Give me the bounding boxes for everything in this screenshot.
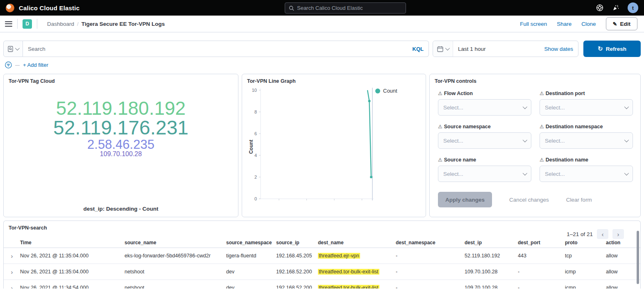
cell-dest_port: 443 — [518, 253, 565, 259]
global-search[interactable] — [285, 2, 406, 14]
apply-changes-button[interactable]: Apply changes — [438, 192, 492, 207]
help-lifesaver-icon[interactable] — [596, 4, 604, 12]
count-line-series — [367, 90, 371, 177]
highlighted-value: threatfeed.tor-bulk-exit-list — [318, 269, 379, 275]
calendar-icon — [437, 46, 443, 52]
cell-source_ip: 192.168.45.205 — [276, 253, 318, 259]
time-range-value[interactable]: Last 1 hour — [453, 46, 544, 52]
saved-query-menu-button[interactable] — [3, 41, 23, 57]
select-dropdown[interactable]: Select... — [438, 132, 531, 149]
share-button[interactable]: Share — [557, 21, 571, 27]
expand-row-icon[interactable]: › — [4, 284, 20, 289]
search-table-panel: Tor-VPN-search 1–21 of 21 ‹ › Timesource… — [3, 221, 641, 289]
menu-hamburger-icon[interactable] — [5, 21, 12, 27]
global-search-input[interactable] — [297, 5, 402, 11]
user-avatar[interactable]: t — [628, 2, 638, 13]
cell-dest_namespace: - — [396, 253, 465, 259]
cell-dest_port: - — [518, 269, 565, 275]
select-dropdown[interactable]: Select... — [438, 166, 531, 182]
next-page-button[interactable]: › — [612, 229, 624, 239]
controls-buttons: Apply changes Cancel changes Clear form — [430, 182, 640, 207]
cell-dest_name: threatfeed.tor-bulk-exit-list — [318, 269, 396, 275]
column-header-Time: Time — [20, 240, 125, 246]
pagination: 1–21 of 21 ‹ › — [567, 229, 624, 239]
cell-action: allow — [606, 285, 640, 289]
panel-title: Tor-VPN Tag Cloud — [4, 74, 238, 84]
whats-new-party-icon[interactable] — [612, 4, 620, 12]
select-placeholder: Select... — [443, 138, 523, 144]
highlighted-value: threatfeed.ejr-vpn — [318, 253, 360, 259]
refresh-button[interactable]: ↻ Refresh — [583, 41, 641, 57]
cell-proto: icmp — [565, 285, 606, 289]
clear-form-button[interactable]: Clear form — [566, 197, 592, 203]
select-placeholder: Select... — [443, 105, 523, 111]
date-quick-menu-button[interactable] — [433, 41, 453, 57]
data-point-marker — [368, 100, 371, 102]
warning-icon: ⚠ — [438, 124, 442, 130]
column-header-source_ip: source_ip — [276, 240, 318, 246]
chevron-down-icon — [523, 138, 527, 142]
edit-button[interactable]: ✎ Edit — [606, 17, 637, 30]
line-chart: Count start_time per minute Count 024681… — [242, 74, 426, 217]
table-header-row: Timesource_namesource_namespacesource_ip… — [4, 237, 640, 248]
cell-dest_namespace: - — [396, 285, 465, 289]
cell-source_name: eks-log-forwarder-5bd4659786-cwd2r — [125, 253, 226, 259]
warning-icon: ⚠ — [540, 157, 544, 163]
prev-page-button[interactable]: ‹ — [597, 229, 608, 239]
breadcrumb-dashboard[interactable]: Dashboard — [47, 21, 74, 27]
filter-menu-icon[interactable] — [5, 61, 12, 68]
kql-search-bar[interactable]: KQL — [23, 41, 429, 57]
controls-grid: ⚠Flow ActionSelect...⚠Destination portSe… — [430, 84, 640, 182]
chevron-down-icon — [624, 171, 629, 175]
control-field-label: ⚠Source name — [438, 157, 531, 163]
chevron-down-icon — [523, 171, 527, 175]
column-header-source_namespace: source_namespace — [226, 240, 276, 246]
select-dropdown[interactable]: Select... — [540, 132, 633, 149]
cell-proto: tcp — [565, 253, 606, 259]
expand-row-icon[interactable]: › — [4, 252, 20, 259]
filter-bar: — + Add filter — [5, 61, 641, 69]
cell-source_name: netshoot — [125, 269, 226, 275]
control-field-label: ⚠Destination name — [540, 157, 633, 163]
select-dropdown[interactable]: Select... — [540, 99, 633, 116]
tag-cloud-term[interactable]: 109.70.100.28 — [100, 151, 142, 157]
data-point-marker — [370, 176, 372, 178]
tag-cloud-term[interactable]: 2.58.46.235 — [87, 138, 154, 151]
control-field-label: ⚠Destination namespace — [540, 124, 633, 130]
column-header-dest_namespace: dest_namespace — [396, 240, 465, 246]
highlighted-value: threatfeed.tor-bulk-exit-list — [318, 285, 379, 289]
select-placeholder: Select... — [545, 105, 624, 111]
tag-cloud-term[interactable]: 52.119.180.192 — [56, 99, 186, 118]
cell-dest_ip: 52.119.180.192 — [465, 253, 518, 259]
chevron-down-icon — [523, 105, 527, 109]
show-dates-button[interactable]: Show dates — [544, 46, 578, 52]
select-dropdown[interactable]: Select... — [540, 166, 633, 182]
chevron-down-icon — [15, 46, 20, 50]
expand-row-icon[interactable]: › — [4, 268, 20, 275]
add-filter-button[interactable]: + Add filter — [23, 62, 48, 68]
select-placeholder: Select... — [545, 138, 624, 144]
column-header-dest_name: dest_name — [318, 240, 396, 246]
tag-cloud-panel: Tor-VPN Tag Cloud 52.119.180.19252.119.1… — [3, 74, 238, 217]
control-field: ⚠Destination nameSelect... — [540, 157, 633, 182]
cancel-changes-button[interactable]: Cancel changes — [509, 197, 549, 203]
select-dropdown[interactable]: Select... — [438, 99, 531, 116]
kql-search-input[interactable] — [28, 46, 413, 52]
full-screen-button[interactable]: Full screen — [520, 21, 547, 27]
space-badge[interactable]: D — [23, 19, 32, 29]
table-row: ›Nov 26, 2021 @ 11:35:04.000netshootdev1… — [4, 264, 640, 280]
pencil-icon: ✎ — [613, 21, 617, 27]
cell-action: allow — [606, 269, 640, 275]
filter-dash: — — [15, 62, 20, 67]
refresh-icon: ↻ — [598, 45, 603, 52]
table-scrollbar[interactable] — [637, 231, 639, 284]
cell-Time: Nov 26, 2021 @ 11:34:54.000 — [20, 285, 125, 289]
cell-source_name: netshoot — [125, 285, 226, 289]
cell-dest_port: - — [518, 285, 565, 289]
tag-cloud-term[interactable]: 52.119.176.231 — [53, 118, 188, 138]
clone-button[interactable]: Clone — [581, 21, 596, 27]
select-placeholder: Select... — [443, 171, 523, 177]
dashboard-toolbar: D Dashboard / Tigera Secure EE Tor-VPN L… — [0, 16, 644, 32]
kql-language-button[interactable]: KQL — [413, 46, 424, 52]
cell-dest_name: threatfeed.tor-bulk-exit-list — [318, 285, 396, 289]
